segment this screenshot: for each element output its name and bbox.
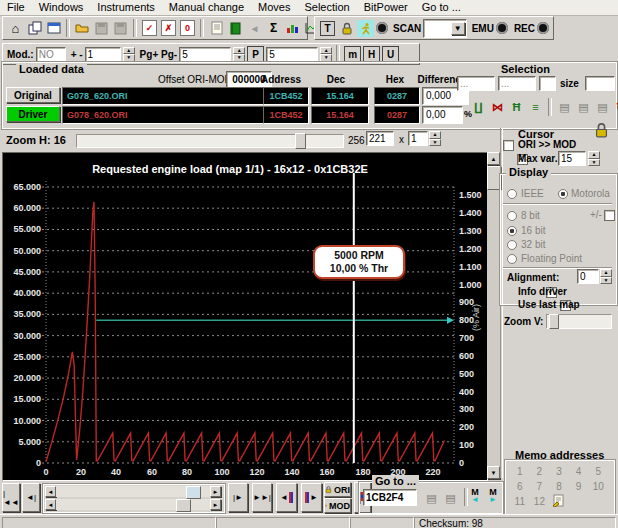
nav-next-button[interactable]: |► xyxy=(228,483,248,512)
mod-value-field[interactable] xyxy=(36,47,66,62)
u-box-icon[interactable]: U xyxy=(382,46,399,63)
save-icon[interactable] xyxy=(93,20,110,37)
chart-plot[interactable]: Requested engine load (map 1/1) - 16x12 … xyxy=(2,152,488,481)
zoom-v-slider-thumb[interactable] xyxy=(549,314,559,329)
bar-chart-icon[interactable] xyxy=(284,20,301,37)
rows-field[interactable] xyxy=(408,131,428,146)
zoom-v-slider[interactable] xyxy=(546,314,612,329)
original-check-icon[interactable]: ✓ xyxy=(141,20,158,37)
record-icon[interactable] xyxy=(376,22,388,34)
sigma-icon[interactable]: Σ xyxy=(265,20,282,37)
select-all-icon[interactable]: ≡ xyxy=(527,99,544,116)
pg-field[interactable] xyxy=(179,47,231,62)
hscroll1-left-icon[interactable]: ◄ xyxy=(45,486,56,497)
max-var-spinner[interactable]: ▲▼ xyxy=(588,151,600,166)
window-icon[interactable] xyxy=(45,20,62,37)
speaker-icon[interactable]: ◄ xyxy=(246,20,263,37)
menu-manual-change[interactable]: Manual change xyxy=(162,0,251,14)
deselect-icon[interactable]: ⋈ xyxy=(489,99,506,116)
menu-file[interactable]: File xyxy=(0,0,32,14)
lock-icon[interactable] xyxy=(338,20,355,37)
nav-last-button[interactable]: ►►| xyxy=(252,483,272,512)
floating-point-radio[interactable] xyxy=(507,254,517,264)
memo-number[interactable]: 12 xyxy=(530,494,550,511)
move-selection-icon[interactable]: ▤ xyxy=(575,99,592,116)
memo-number[interactable]: 11 xyxy=(510,494,530,511)
ieee-radio[interactable] xyxy=(507,189,517,199)
selection-end-field[interactable] xyxy=(498,76,536,91)
scan-select[interactable]: ▼ xyxy=(423,19,466,38)
alignment-field[interactable] xyxy=(577,269,599,284)
menu-windows[interactable]: Windows xyxy=(32,0,91,14)
sign-checkbox[interactable] xyxy=(604,210,615,221)
menu-moves[interactable]: Moves xyxy=(251,0,297,14)
memo-number[interactable]: 5 xyxy=(588,464,608,479)
memo-number[interactable]: 2 xyxy=(530,464,550,479)
nav-first-button[interactable]: |◄◄ xyxy=(2,483,20,512)
original-button[interactable]: Original xyxy=(6,87,60,103)
text-tool-icon[interactable]: T xyxy=(319,20,336,37)
memo-edit-icon[interactable] xyxy=(549,494,569,511)
bit16-radio[interactable] xyxy=(507,226,517,236)
reset-icon[interactable]: ↻ xyxy=(613,99,618,116)
zoom-h-slider-thumb[interactable] xyxy=(295,133,306,149)
memo-number[interactable]: 1 xyxy=(510,464,530,479)
rows-spinner[interactable]: ▲▼ xyxy=(429,131,441,146)
memo-number[interactable]: 7 xyxy=(530,479,550,494)
nav-prev-button[interactable]: ◄| xyxy=(22,483,40,512)
p-spinner[interactable]: ▲▼ xyxy=(320,47,332,62)
selection-count-field[interactable] xyxy=(539,76,556,91)
memo-next-button[interactable]: M► xyxy=(486,488,500,503)
rec-record-icon[interactable] xyxy=(537,22,549,34)
menu-goto[interactable]: Go to ... xyxy=(415,0,468,14)
book-icon[interactable] xyxy=(227,20,244,37)
step-spinner[interactable]: ▲▼ xyxy=(123,47,135,62)
menu-instruments[interactable]: Instruments xyxy=(90,0,161,14)
hscroll2-right-icon[interactable]: ► xyxy=(210,499,221,510)
memo-number[interactable]: 3 xyxy=(549,464,569,479)
map-list-prev-icon[interactable]: ▤ xyxy=(423,490,440,507)
max-var-field[interactable] xyxy=(558,151,586,166)
memo-number[interactable]: 10 xyxy=(588,479,608,494)
menu-selection[interactable]: Selection xyxy=(297,0,356,14)
ori-view-button[interactable]: ORI xyxy=(324,482,351,497)
p-box-icon[interactable]: P xyxy=(247,46,264,63)
scroll-up-icon[interactable]: ▲ xyxy=(487,152,500,165)
driver-cross-icon[interactable]: ✗ xyxy=(160,20,177,37)
menu-bitpower[interactable]: BitPower xyxy=(357,0,415,14)
h-box-icon[interactable]: H xyxy=(363,46,380,63)
copy-icon[interactable] xyxy=(26,20,43,37)
zoom-h-slider[interactable] xyxy=(76,134,344,148)
alignment-spinner[interactable]: ▲▼ xyxy=(600,269,612,284)
goto-field[interactable] xyxy=(363,489,417,506)
select-row-icon[interactable]: Ħ xyxy=(508,99,525,116)
cursor-lock-icon[interactable] xyxy=(594,122,609,140)
cols-field[interactable] xyxy=(366,131,394,146)
memo-prev-button[interactable]: M◄ xyxy=(468,488,482,503)
size-field[interactable] xyxy=(585,76,615,91)
min-box-icon[interactable]: m xyxy=(344,46,361,63)
prev-column-button[interactable]: ◄ xyxy=(276,483,297,512)
pg-spinner[interactable]: ▲▼ xyxy=(233,47,245,62)
emu-record-icon[interactable] xyxy=(496,22,508,34)
hscroll1-thumb[interactable] xyxy=(186,486,201,499)
memo-number[interactable]: 9 xyxy=(569,479,589,494)
hex-view-icon[interactable]: 0 xyxy=(179,20,196,37)
driver-file-field[interactable]: G078_620.ORI xyxy=(62,106,266,124)
save-as-icon[interactable] xyxy=(112,20,129,37)
motorola-radio[interactable] xyxy=(558,189,568,199)
step-field[interactable] xyxy=(85,47,121,62)
bit32-radio[interactable] xyxy=(507,240,517,250)
mod-view-button[interactable]: MOD xyxy=(324,498,351,513)
home-icon[interactable]: ⌂ xyxy=(7,20,24,37)
original-file-field[interactable]: G078_620.ORI xyxy=(62,87,266,105)
open-folder-icon[interactable] xyxy=(74,20,91,37)
copy-selection-icon[interactable]: ▤ xyxy=(556,99,573,116)
selection-start-field[interactable] xyxy=(457,76,495,91)
memo-number[interactable]: 8 xyxy=(549,479,569,494)
paste-selection-icon[interactable]: ▤ xyxy=(594,99,611,116)
select-column-icon[interactable]: ∐ xyxy=(470,99,487,116)
notepad-icon[interactable] xyxy=(208,20,225,37)
hscroll1-right-icon[interactable]: ► xyxy=(210,486,221,497)
dropdown-arrow-icon[interactable]: ▼ xyxy=(451,22,465,35)
